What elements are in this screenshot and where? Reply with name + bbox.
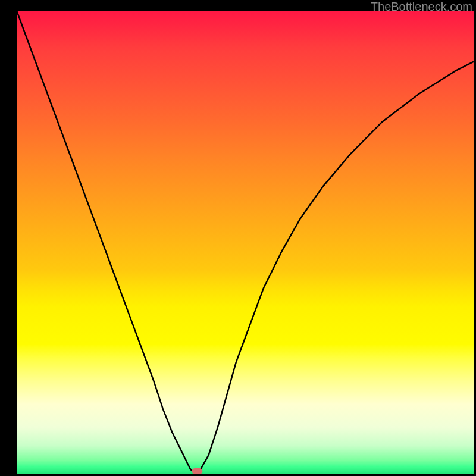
bottleneck-curve xyxy=(17,11,474,474)
chart-svg xyxy=(17,11,474,474)
chart-area xyxy=(17,11,474,474)
